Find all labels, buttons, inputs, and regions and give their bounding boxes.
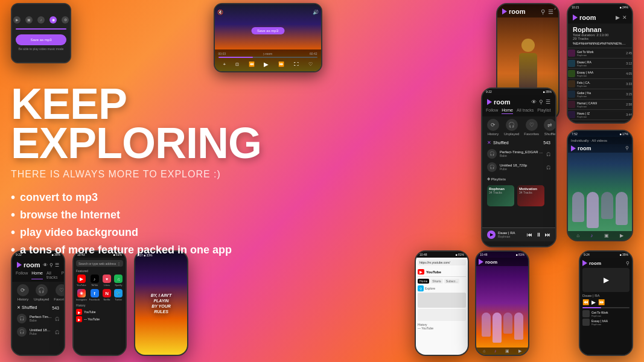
play-btn[interactable]: ▶: [264, 61, 269, 68]
bot1-action-2[interactable]: 🎧: [55, 330, 59, 334]
track-item-5[interactable]: Gebe | %s Rophnan 3:15: [568, 89, 632, 100]
v1-search-icon[interactable]: ⚲: [625, 145, 629, 151]
np-text: Daaw | RA Rophnan: [498, 231, 515, 238]
heart-icon[interactable]: ♡: [308, 62, 313, 67]
np-next[interactable]: ⏭: [545, 232, 550, 238]
yt-thumb-2[interactable]: [418, 309, 466, 321]
bot1-track2[interactable]: 🎧 Untitled 18_720p Pube 🎧: [12, 325, 64, 338]
track-item-3[interactable]: Essay | hAA Rophnan 4:05: [568, 69, 632, 79]
app-twitter[interactable]: 🐦 Twitter: [114, 289, 123, 301]
save-as-mp3-button[interactable]: Save as mp3: [251, 27, 284, 34]
v1-nav-home[interactable]: ⌂: [576, 233, 579, 238]
yt-address-bar[interactable]: https://m.youtube.com/: [418, 259, 466, 265]
main-eye-icon[interactable]: 👁: [531, 99, 537, 105]
add-icon[interactable]: +: [223, 62, 226, 67]
save-btn-small[interactable]: Save as mp3: [16, 34, 66, 45]
tab-all-tracks[interactable]: All tracks: [517, 108, 534, 114]
pl-close-icon[interactable]: ✕: [622, 14, 627, 21]
cast-icon[interactable]: ⊡: [235, 62, 239, 67]
bot1-favorites[interactable]: ♡ Favorites: [54, 284, 64, 301]
v1-nav-music[interactable]: ♪: [590, 233, 593, 238]
tab-home[interactable]: Home: [502, 108, 513, 114]
app-instagram[interactable]: ◉ Instagram: [76, 289, 87, 301]
favorites-btn[interactable]: ♡ Favorites: [524, 119, 539, 136]
track-thumb-7: [568, 111, 575, 118]
sr-rewind[interactable]: ⏪: [582, 299, 589, 305]
app-youtube[interactable]: ▶ YouTube: [76, 275, 87, 287]
bot1-tab-home[interactable]: Home: [31, 271, 43, 279]
history-item-yt2[interactable]: ▶ — YouTube: [76, 316, 123, 323]
forward-btn[interactable]: ⏩: [278, 62, 284, 67]
menu-icon[interactable]: ☰: [548, 8, 553, 15]
rewind-btn[interactable]: ⏪: [249, 62, 255, 67]
bot1-tab-follow[interactable]: Follow: [16, 271, 28, 279]
app-spotify[interactable]: ♫ Spotify: [114, 275, 123, 287]
playlist-card-motivation[interactable]: Motivation 34 Tracks: [517, 185, 544, 206]
shuffle-btn[interactable]: ⇌ Shuffle: [544, 119, 555, 136]
sr-track-1[interactable]: Get To Work Rophnan: [582, 310, 630, 317]
tab-follow[interactable]: Follow: [486, 108, 498, 114]
bot1-tab-all[interactable]: All tracks: [46, 271, 58, 279]
sr-track-2[interactable]: Essay | hAA Rophnan: [582, 319, 630, 326]
main-triangle: [487, 99, 492, 105]
sr-play[interactable]: ▶: [591, 299, 596, 305]
track-duration-4: 3:33: [626, 82, 632, 86]
main-search-icon[interactable]: ⚲: [539, 99, 543, 105]
bot1-unplayed[interactable]: 🎧 Unplayed: [34, 284, 49, 301]
v1-nav-video[interactable]: ▣: [604, 233, 609, 238]
tab-playlist[interactable]: Playlist: [537, 108, 550, 114]
bot1-menu-icon[interactable]: ☰: [55, 262, 59, 268]
history-btn[interactable]: ⟳ History: [487, 119, 499, 136]
v1-nav-more[interactable]: ▶: [620, 233, 623, 238]
yt-thumb-1[interactable]: [418, 293, 466, 308]
yt-home-pill[interactable]: Home: [418, 279, 429, 284]
np-pause[interactable]: ⏸: [536, 232, 541, 238]
sr-video-thumb[interactable]: ▶: [582, 268, 630, 292]
track-item-1[interactable]: Get To Work Rophnan 2:45: [568, 48, 632, 59]
room-track-2[interactable]: 🎧 Untitled 18_720p Pube 🎧: [482, 160, 555, 174]
yt-history-item[interactable]: — YouTube: [418, 326, 466, 330]
pl-play-icon[interactable]: ▶: [616, 14, 620, 21]
app-tiktok[interactable]: ♪ TikTok: [89, 275, 100, 287]
main-menu-icon[interactable]: ☰: [546, 99, 550, 105]
app-facebook[interactable]: f Facebook: [89, 289, 100, 301]
playlist-card-rophnan[interactable]: Rophnan 34 Tracks: [487, 185, 514, 206]
app-netflix[interactable]: N Netflix: [102, 289, 111, 301]
app-likes[interactable]: ♥ Likes: [102, 275, 111, 287]
rvp-nav-video[interactable]: ▣: [505, 349, 509, 354]
track-action-1[interactable]: 🎧: [546, 152, 550, 156]
rvp-nav-home[interactable]: ⌂: [483, 349, 485, 354]
track-action-2[interactable]: 🎧: [546, 165, 550, 170]
rvp-nav-music[interactable]: ♪: [494, 349, 497, 354]
history-item-yt[interactable]: ▶ YouTube: [76, 308, 123, 316]
progress-bar[interactable]: [218, 57, 317, 58]
bot1-eye-icon[interactable]: 👁: [43, 262, 48, 268]
track-item-7[interactable]: Haws | IZ Rophnan 3:44: [568, 110, 632, 120]
person4: [616, 192, 628, 225]
track-item-6[interactable]: Hamut | CA%9 Rophnan 2:58: [568, 100, 632, 110]
np-prev[interactable]: ⏮: [527, 232, 532, 238]
bot1-track1[interactable]: 🎧 Perfect-Timing_EDGAR - S... Babe 🎧: [12, 312, 64, 325]
bot1-tab-playlist[interactable]: Playlist: [62, 271, 64, 279]
sr-progress-bar[interactable]: [582, 307, 630, 308]
bot1-search-icon[interactable]: ⚲: [49, 262, 53, 268]
yt-sub-pill[interactable]: Subscr...: [444, 279, 459, 284]
room-track-1[interactable]: 🎧 Perfect-Timing_EDGAR - S... Babe 🎧: [482, 147, 555, 160]
yt-shorts-pill[interactable]: Shorts: [430, 279, 442, 284]
sr-forward[interactable]: ⏩: [598, 299, 605, 305]
unplayed-btn[interactable]: 🎧 Unplayed: [504, 119, 519, 136]
playlist-details-phone: 10:21 ■ 24% room ▶ ✕ Rophnan Total durat…: [567, 3, 633, 124]
track-item-2[interactable]: Daaw | RA Rophnan 3:12: [568, 59, 632, 69]
rvp-logo: room: [479, 259, 497, 265]
bot1-action-1[interactable]: 🎧: [55, 317, 59, 321]
address-bar[interactable]: Search or type web address ⋮: [76, 260, 123, 267]
address-text: Search or type web address: [78, 262, 116, 265]
main-room-logo: room: [487, 98, 511, 106]
track-item-4[interactable]: Fels | CA. Rophnan 3:33: [568, 79, 632, 89]
address-more-icon[interactable]: ⋮: [117, 261, 121, 265]
expand-icon[interactable]: ⛶: [294, 62, 299, 67]
sr-search-icon[interactable]: ⚲: [626, 261, 630, 266]
bot1-history[interactable]: ⟳ History: [17, 284, 29, 301]
search-icon[interactable]: ⚲: [541, 8, 545, 15]
rvp-nav-more[interactable]: ▶: [518, 349, 521, 354]
